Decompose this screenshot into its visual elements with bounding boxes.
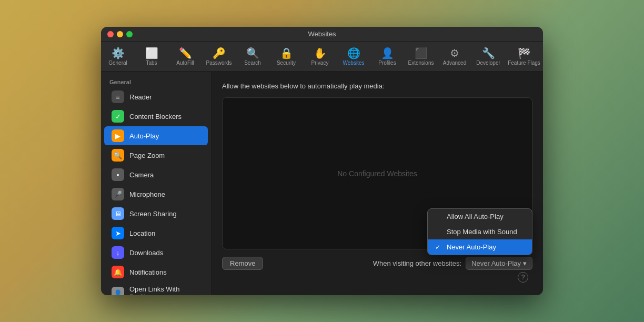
dropdown-option-label: Never Auto-Play [447, 243, 496, 251]
toolbar-label-privacy: Privacy [311, 60, 329, 66]
sidebar-section-label: General [101, 76, 211, 87]
passwords-icon: 🔑 [213, 48, 226, 58]
title-bar: Websites [101, 27, 543, 42]
toolbar-item-privacy[interactable]: ✋ Privacy [303, 46, 337, 68]
dropdown-option-label: Stop Media with Sound [447, 228, 517, 236]
traffic-lights [107, 31, 133, 37]
sidebar-label-screen-sharing: Screen Sharing [129, 210, 177, 218]
toolbar-item-advanced[interactable]: ⚙ Advanced [438, 46, 471, 68]
advanced-icon: ⚙ [450, 48, 459, 58]
toolbar-label-extensions: Extensions [408, 60, 434, 66]
toolbar-item-profiles[interactable]: 👤 Profiles [370, 46, 404, 68]
remove-button[interactable]: Remove [222, 257, 263, 270]
sidebar-item-reader[interactable]: ≡ Reader [104, 87, 208, 106]
notifications-icon: 🔔 [112, 266, 124, 278]
toolbar-item-general[interactable]: ⚙️ General [101, 46, 135, 68]
camera-icon: ▪ [112, 168, 124, 181]
sidebar-label-microphone: Microphone [129, 190, 165, 198]
toolbar-label-search: Search [244, 60, 261, 66]
sidebar-label-page-zoom: Page Zoom [129, 152, 165, 159]
when-visiting-label: When visiting other websites: [263, 259, 466, 267]
minimize-button[interactable] [117, 31, 123, 37]
sidebar-label-reader: Reader [129, 93, 152, 101]
maximize-button[interactable] [126, 31, 133, 37]
autoplay-dropdown-menu: Allow All Auto-Play Stop Media with Soun… [427, 208, 532, 255]
toolbar-label-websites: Websites [343, 60, 365, 66]
toolbar-label-tabs: Tabs [146, 60, 157, 66]
content-blockers-icon: ✓ [112, 110, 124, 123]
sidebar-label-location: Location [129, 229, 155, 237]
auto-play-icon: ▶ [112, 129, 124, 142]
toolbar-item-search[interactable]: 🔍 Search [236, 46, 269, 68]
main-description: Allow the websites below to automaticall… [222, 82, 532, 90]
profiles-icon: 👤 [381, 48, 394, 58]
downloads-icon: ↓ [112, 246, 124, 259]
toolbar-label-developer: Developer [476, 60, 500, 66]
sidebar-item-screen-sharing[interactable]: 🖥 Screen Sharing [104, 204, 208, 223]
toolbar-item-autofill[interactable]: ✏️ AutoFill [168, 46, 202, 68]
toolbar-label-advanced: Advanced [443, 60, 466, 66]
sidebar-item-microphone[interactable]: 🎤 Microphone [104, 185, 208, 204]
close-button[interactable] [107, 31, 114, 37]
chevron-down-icon: ▾ [523, 259, 527, 267]
toolbar-label-profiles: Profiles [378, 60, 396, 66]
microphone-icon: 🎤 [112, 188, 124, 200]
search-icon: 🔍 [246, 48, 259, 58]
toolbar-label-feature-flags: Feature Flags [508, 60, 540, 66]
extensions-icon: ⬛ [415, 48, 428, 58]
privacy-icon: ✋ [314, 48, 327, 58]
dropdown-option[interactable]: ✓ Never Auto-Play [428, 239, 532, 255]
toolbar-item-passwords[interactable]: 🔑 Passwords [202, 46, 236, 68]
tabs-icon: ⬜ [145, 48, 158, 58]
main-panel: Allow the websites below to automaticall… [212, 72, 543, 295]
location-icon: ➤ [112, 227, 124, 239]
toolbar-item-websites[interactable]: 🌐 Websites [337, 46, 370, 68]
sidebar-item-content-blockers[interactable]: ✓ Content Blockers [104, 107, 208, 126]
content-area: General ≡ Reader ✓ Content Blockers ▶ Au… [101, 72, 543, 295]
screen-sharing-icon: 🖥 [112, 207, 124, 220]
sidebar-label-notifications: Notifications [129, 268, 167, 276]
sidebar-label-downloads: Downloads [129, 249, 163, 257]
toolbar-item-feature-flags[interactable]: 🏁 Feature Flags [505, 46, 543, 68]
autofill-icon: ✏️ [179, 48, 192, 58]
reader-icon: ≡ [112, 90, 124, 103]
toolbar-item-tabs[interactable]: ⬜ Tabs [135, 46, 168, 68]
autoplay-dropdown-trigger[interactable]: Never Auto-Play ▾ [466, 257, 532, 270]
open-links-icon: 👤 [112, 287, 124, 295]
page-zoom-icon: 🔍 [112, 149, 124, 162]
sidebar-label-open-links: Open Links With Profile [129, 285, 200, 295]
dropdown-option[interactable]: Stop Media with Sound [428, 224, 532, 239]
sidebar: General ≡ Reader ✓ Content Blockers ▶ Au… [101, 72, 212, 295]
sidebar-label-camera: Camera [129, 171, 154, 179]
feature-flags-icon: 🏁 [518, 48, 531, 58]
toolbar-item-extensions[interactable]: ⬛ Extensions [404, 46, 438, 68]
dropdown-current-value: Never Auto-Play [471, 259, 521, 267]
help-button[interactable]: ? [518, 272, 528, 283]
toolbar: ⚙️ General ⬜ Tabs ✏️ AutoFill 🔑 Password… [101, 42, 543, 72]
toolbar-label-autofill: AutoFill [176, 60, 194, 66]
toolbar-item-security[interactable]: 🔒 Security [269, 46, 303, 68]
developer-icon: 🔧 [482, 48, 495, 58]
sidebar-item-open-links[interactable]: 👤 Open Links With Profile [104, 282, 208, 295]
toolbar-label-general: General [108, 60, 127, 66]
empty-state-label: No Configured Websites [337, 169, 417, 178]
dropdown-option[interactable]: Allow All Auto-Play [428, 209, 532, 224]
websites-icon: 🌐 [347, 48, 360, 58]
main-window: Websites ⚙️ General ⬜ Tabs ✏️ AutoFill 🔑… [101, 27, 543, 295]
dropdown-option-label: Allow All Auto-Play [447, 213, 504, 220]
bottom-bar: Remove When visiting other websites: All… [222, 257, 532, 270]
sidebar-item-notifications[interactable]: 🔔 Notifications [104, 263, 208, 281]
status-bar: ? [222, 270, 532, 285]
toolbar-label-security: Security [277, 60, 296, 66]
sidebar-item-page-zoom[interactable]: 🔍 Page Zoom [104, 146, 208, 165]
sidebar-item-downloads[interactable]: ↓ Downloads [104, 243, 208, 262]
security-icon: 🔒 [280, 48, 293, 58]
sidebar-item-location[interactable]: ➤ Location [104, 224, 208, 243]
sidebar-label-auto-play: Auto-Play [129, 132, 159, 140]
sidebar-item-camera[interactable]: ▪ Camera [104, 165, 208, 184]
sidebar-item-auto-play[interactable]: ▶ Auto-Play [104, 126, 208, 145]
checkmark-icon: ✓ [435, 244, 442, 251]
window-title: Websites [308, 30, 336, 38]
sidebar-label-content-blockers: Content Blockers [129, 113, 182, 120]
toolbar-item-developer[interactable]: 🔧 Developer [471, 46, 505, 68]
